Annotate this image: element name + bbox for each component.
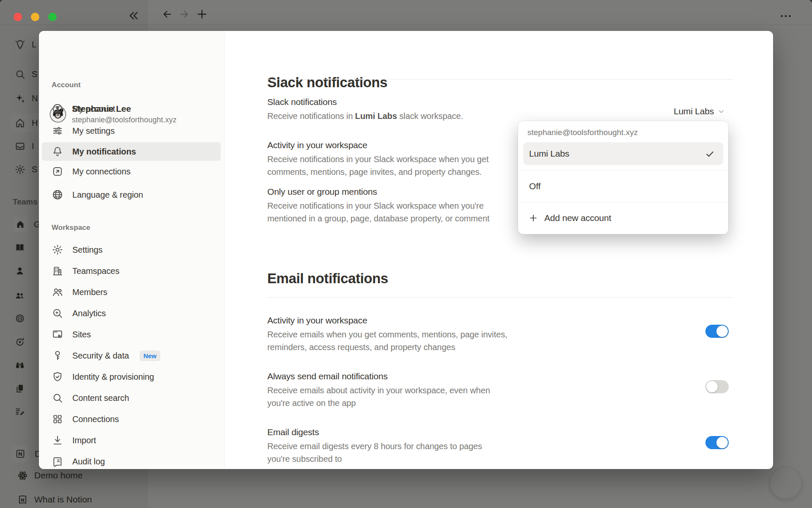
sidebar-item-label: Teamspaces — [72, 266, 119, 276]
sidebar-item-label: My settings — [72, 126, 115, 136]
sidebar-item-label: Content search — [72, 393, 129, 403]
setting-row-email-digests: Email digestsReceive email digests every… — [267, 425, 482, 465]
setting-row-title: Slack notifications — [267, 95, 463, 108]
dropdown-value: Lumi Labs — [674, 106, 714, 116]
settings-sidebar-item-content-search[interactable]: Content search — [42, 389, 221, 407]
email-section-heading: Email notifications — [267, 270, 388, 287]
setting-row-only-user-or-group-mentions: Only user or group mentionsReceive notif… — [267, 185, 489, 225]
setting-row-activity-in-your-workspace: Activity in your workspaceReceive emails… — [267, 314, 508, 353]
settings-sidebar: Account Stephanie Lee stephanie@toolsfor… — [39, 31, 225, 469]
slack-section-heading: Slack notifications — [267, 74, 387, 91]
dropdown-option-label: Lumi Labs — [529, 149, 569, 159]
workspace-section-label: Workspace — [52, 224, 90, 232]
settings-sidebar-item-connections[interactable]: Connections — [42, 410, 221, 428]
arrow-up-right-box-icon — [52, 166, 63, 177]
settings-sidebar-item-my-settings[interactable]: My settings — [42, 121, 221, 140]
setting-row-activity-in-your-workspace: Activity in your workspaceReceive notifi… — [267, 138, 488, 178]
settings-sidebar-item-analytics[interactable]: Analytics — [42, 304, 221, 323]
check-icon — [705, 149, 715, 159]
sidebar-item-label: Sites — [72, 330, 91, 340]
settings-sidebar-item-my-account[interactable]: My account — [42, 99, 221, 118]
plus-icon — [529, 213, 538, 223]
sidebar-item-label: My notifications — [72, 147, 136, 157]
key-icon — [52, 350, 63, 362]
section-divider — [267, 297, 733, 298]
person-circle-icon — [52, 103, 63, 115]
settings-sidebar-item-import[interactable]: Import — [42, 431, 221, 450]
dropdown-option-label: Off — [529, 181, 540, 191]
settings-modal: Account Stephanie Lee stephanie@toolsfor… — [39, 31, 773, 469]
toggle-email-digests[interactable] — [705, 436, 729, 449]
sidebar-item-label: My account — [72, 104, 115, 114]
setting-row-always-send-email-notifications: Always send email notificationsReceive e… — [267, 370, 490, 409]
settings-sidebar-item-security-data[interactable]: Security & dataNew — [42, 346, 221, 365]
sidebar-item-label: Settings — [72, 245, 102, 255]
setting-row-description: Receive emails when you get comments, me… — [267, 328, 508, 353]
shield-check-icon — [52, 371, 63, 383]
setting-row-description: Receive notifications in your Slack work… — [267, 199, 489, 225]
scroll-icon — [52, 456, 63, 467]
building-icon — [52, 265, 63, 277]
download-icon — [52, 434, 63, 446]
browser-cursor-icon — [52, 329, 63, 340]
setting-row-title: Activity in your workspace — [267, 138, 488, 152]
settings-sidebar-item-audit-log[interactable]: Audit log — [42, 452, 221, 471]
setting-row-description: Receive notifications in your Slack work… — [267, 153, 488, 178]
dropdown-account-header: stephanie@toolsforthought.xyz — [518, 121, 728, 140]
sidebar-item-label: Identity & provisioning — [72, 372, 154, 382]
settings-sidebar-item-identity-provisioning[interactable]: Identity & provisioning — [42, 367, 221, 386]
gear-icon — [52, 244, 63, 256]
add-new-account-button[interactable]: Add new account — [518, 202, 728, 233]
toggle-activity-in-your-workspace[interactable] — [705, 325, 729, 338]
setting-row-title: Email digests — [267, 425, 482, 439]
settings-sidebar-item-language-region[interactable]: Language & region — [42, 185, 221, 204]
setting-row-description: Receive emails about activity in your wo… — [267, 384, 490, 409]
account-section-label: Account — [52, 81, 81, 89]
setting-row-slack-notifications: Slack notificationsReceive notifications… — [267, 95, 463, 122]
sidebar-item-label: Import — [72, 436, 96, 445]
globe-icon — [52, 189, 63, 201]
settings-sidebar-item-teamspaces[interactable]: Teamspaces — [42, 262, 221, 280]
settings-sidebar-item-settings[interactable]: Settings — [42, 240, 221, 259]
sidebar-item-label: Language & region — [72, 190, 143, 200]
section-divider — [267, 79, 733, 80]
settings-sidebar-item-members[interactable]: Members — [42, 283, 221, 301]
setting-row-description: Receive email digests every 8 hours for … — [267, 440, 482, 465]
grid-icon — [52, 413, 63, 425]
sliders-icon — [52, 125, 63, 137]
sidebar-item-label: Security & data — [72, 351, 129, 361]
setting-row-title: Always send email notifications — [267, 370, 490, 383]
slack-account-dropdown-menu: stephanie@toolsforthought.xyz Lumi LabsO… — [518, 121, 728, 234]
sidebar-item-label: My connections — [72, 167, 131, 177]
dropdown-option-off[interactable]: Off — [518, 171, 728, 202]
chevron-down-icon — [718, 108, 725, 115]
members-icon — [52, 286, 63, 298]
setting-row-title: Activity in your workspace — [267, 314, 508, 327]
new-badge: New — [140, 351, 160, 361]
sidebar-item-label: Analytics — [72, 309, 106, 318]
sidebar-item-label: Members — [72, 287, 107, 297]
settings-content: Slack notifications Slack notificationsR… — [225, 31, 773, 469]
setting-row-description: Receive notifications in Lumi Labs slack… — [267, 110, 463, 122]
setting-row-title: Only user or group mentions — [267, 185, 489, 198]
settings-sidebar-item-my-connections[interactable]: My connections — [42, 162, 221, 181]
settings-sidebar-item-sites[interactable]: Sites — [42, 325, 221, 344]
settings-sidebar-item-my-notifications[interactable]: My notifications — [42, 142, 221, 161]
dropdown-option-lumi-labs[interactable]: Lumi Labs — [523, 142, 723, 165]
toggle-always-send-email-notifications[interactable] — [705, 380, 729, 393]
search-icon — [52, 392, 63, 404]
sidebar-item-label: Audit log — [72, 457, 105, 467]
bell-icon — [52, 146, 63, 157]
slack-workspace-dropdown[interactable]: Lumi Labs — [674, 106, 725, 116]
search-sparkle-icon — [52, 307, 63, 319]
sidebar-item-label: Connections — [72, 414, 119, 424]
